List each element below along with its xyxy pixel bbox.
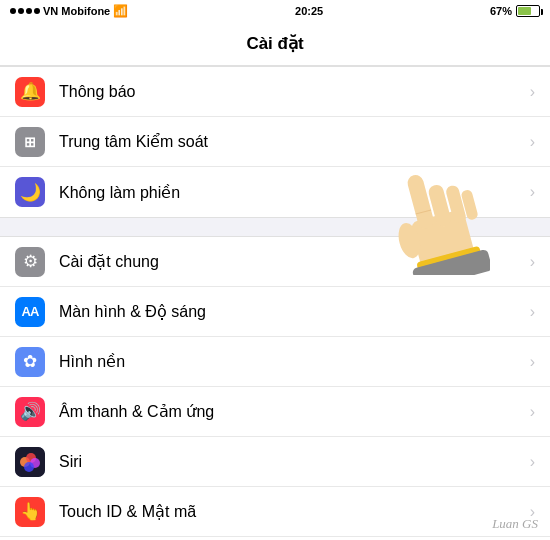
status-bar: VN Mobifone 📶 20:25 67% xyxy=(0,0,550,22)
label-khong-lam: Không làm phiền xyxy=(59,183,530,202)
item-hinh-nen[interactable]: ✿ Hình nền › xyxy=(0,337,550,387)
chevron-hinh-nen: › xyxy=(530,353,535,371)
label-siri: Siri xyxy=(59,453,530,471)
item-touch-id[interactable]: 👆 Touch ID & Mật mã › xyxy=(0,487,550,537)
battery-fill xyxy=(518,7,531,15)
dot4 xyxy=(34,8,40,14)
icon-man-hinh: AA xyxy=(15,297,45,327)
settings-group-1: 🔔 Thông báo › ⊞ Trung tâm Kiểm soát › 🌙 … xyxy=(0,66,550,218)
battery-icon xyxy=(516,5,540,17)
icon-thong-bao: 🔔 xyxy=(15,77,45,107)
item-trung-tam[interactable]: ⊞ Trung tâm Kiểm soát › xyxy=(0,117,550,167)
svg-point-4 xyxy=(24,462,34,472)
label-man-hinh: Màn hình & Độ sáng xyxy=(59,302,530,321)
icon-am-thanh: 🔊 xyxy=(15,397,45,427)
icon-cai-dat-chung: ⚙ xyxy=(15,247,45,277)
chevron-am-thanh: › xyxy=(530,403,535,421)
wifi-icon: 📶 xyxy=(113,4,128,18)
item-khong-lam[interactable]: 🌙 Không làm phiền › xyxy=(0,167,550,217)
label-thong-bao: Thông báo xyxy=(59,83,530,101)
battery-percent: 67% xyxy=(490,5,512,17)
settings-content[interactable]: 🔔 Thông báo › ⊞ Trung tâm Kiểm soát › 🌙 … xyxy=(0,66,550,540)
chevron-cai-dat-chung: › xyxy=(530,253,535,271)
status-right: 67% xyxy=(490,5,540,17)
item-cai-dat-chung[interactable]: ⚙ Cài đặt chung › xyxy=(0,237,550,287)
chevron-man-hinh: › xyxy=(530,303,535,321)
label-trung-tam: Trung tâm Kiểm soát xyxy=(59,132,530,151)
status-left: VN Mobifone 📶 xyxy=(10,4,128,18)
label-hinh-nen: Hình nền xyxy=(59,352,530,371)
signal-dots xyxy=(10,8,40,14)
settings-group-2: ⚙ Cài đặt chung › AA Màn hình & Độ sáng … xyxy=(0,236,550,540)
chevron-siri: › xyxy=(530,453,535,471)
status-time: 20:25 xyxy=(295,5,323,17)
chevron-touch-id: › xyxy=(530,503,535,521)
item-thong-bao[interactable]: 🔔 Thông báo › xyxy=(0,67,550,117)
chevron-thong-bao: › xyxy=(530,83,535,101)
icon-hinh-nen: ✿ xyxy=(15,347,45,377)
item-siri[interactable]: Siri › xyxy=(0,437,550,487)
icon-khong-lam: 🌙 xyxy=(15,177,45,207)
nav-bar: Cài đặt xyxy=(0,22,550,66)
chevron-trung-tam: › xyxy=(530,133,535,151)
item-am-thanh[interactable]: 🔊 Âm thanh & Cảm ứng › xyxy=(0,387,550,437)
icon-trung-tam: ⊞ xyxy=(15,127,45,157)
item-man-hinh[interactable]: AA Màn hình & Độ sáng › xyxy=(0,287,550,337)
nav-title: Cài đặt xyxy=(246,33,303,54)
dot2 xyxy=(18,8,24,14)
icon-touch-id: 👆 xyxy=(15,497,45,527)
dot3 xyxy=(26,8,32,14)
dot1 xyxy=(10,8,16,14)
icon-siri xyxy=(15,447,45,477)
label-touch-id: Touch ID & Mật mã xyxy=(59,502,530,521)
carrier-label: VN Mobifone xyxy=(43,5,110,17)
label-cai-dat-chung: Cài đặt chung xyxy=(59,252,530,271)
gap-1 xyxy=(0,218,550,236)
label-am-thanh: Âm thanh & Cảm ứng xyxy=(59,402,530,421)
chevron-khong-lam: › xyxy=(530,183,535,201)
